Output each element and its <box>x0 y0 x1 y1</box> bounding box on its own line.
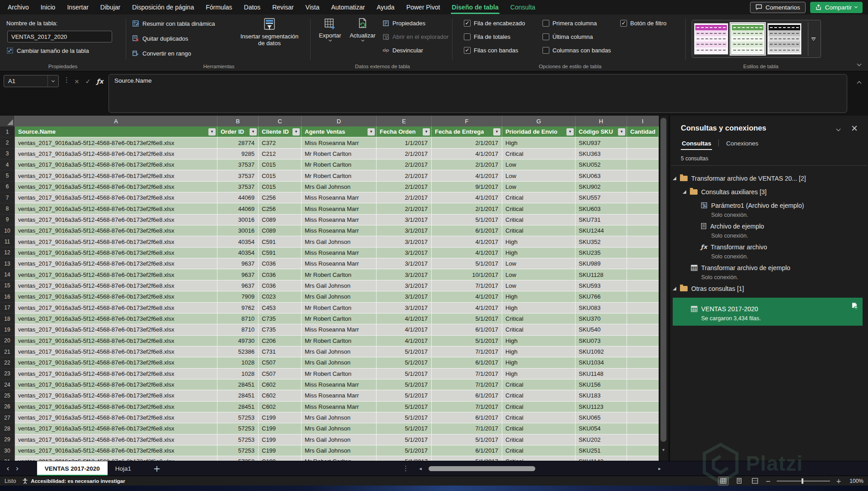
panel-tab-conexiones[interactable]: Conexiones <box>725 139 759 150</box>
cell[interactable]: 9637 <box>217 281 259 291</box>
column-header-H[interactable]: H <box>576 116 627 126</box>
cell[interactable]: ventas_2017_9016a3a5-5f12-4568-87e6-0b17… <box>15 423 217 434</box>
cell[interactable]: SKU065 <box>576 412 627 423</box>
refresh-document-icon[interactable] <box>851 302 858 312</box>
cell[interactable]: C507 <box>259 369 302 379</box>
checkbox-icon[interactable] <box>542 20 549 27</box>
cell[interactable]: 57253 <box>217 412 259 423</box>
table-style-swatch-3[interactable] <box>767 23 802 55</box>
cell[interactable] <box>627 402 659 412</box>
cell[interactable]: ventas_2017_9016a3a5-5f12-4568-87e6-0b17… <box>15 435 217 445</box>
row-number[interactable]: 21 <box>0 346 15 357</box>
column-header-A[interactable]: A <box>15 116 217 126</box>
cell[interactable]: 10/1/2017 <box>432 269 502 280</box>
cell[interactable]: SKU363 <box>576 149 627 159</box>
style-option-primera-columna[interactable]: Primera columna <box>542 20 611 27</box>
cell[interactable]: SKU052 <box>576 159 627 170</box>
cell[interactable]: ventas_2017_9016a3a5-5f12-4568-87e6-0b17… <box>15 390 217 401</box>
cell[interactable]: Critical <box>502 379 576 390</box>
cell[interactable]: SKU1128 <box>576 269 627 280</box>
cell[interactable]: SKU1123 <box>576 402 627 412</box>
cell[interactable] <box>627 369 659 379</box>
cell[interactable]: C212 <box>259 149 302 159</box>
cell[interactable]: C023 <box>259 291 302 302</box>
cell[interactable]: ventas_2017_9016a3a5-5f12-4568-87e6-0b17… <box>15 346 217 357</box>
checkbox-icon[interactable] <box>542 33 549 40</box>
tree-folder-consultas-auxiliares[interactable]: Consultas auxiliares [3] <box>670 186 865 197</box>
sheet-nav-left-icon[interactable]: ‹ <box>0 464 16 473</box>
cell[interactable]: 5/1/2017 <box>377 346 432 357</box>
cell[interactable]: ventas_2017_9016a3a5-5f12-4568-87e6-0b17… <box>15 445 217 456</box>
cell[interactable]: 7/1/2017 <box>432 379 502 390</box>
cell[interactable]: 4/1/2017 <box>377 313 432 324</box>
cell[interactable]: 9285 <box>217 149 259 159</box>
cell[interactable]: ventas_2017_9016a3a5-5f12-4568-87e6-0b17… <box>15 137 217 148</box>
tree-folder-otras-consultas[interactable]: Otras consultas [1] <box>670 283 865 294</box>
cell[interactable]: ventas_2017_9016a3a5-5f12-4568-87e6-0b17… <box>15 236 217 247</box>
cell[interactable]: 7/1/2017 <box>432 281 502 291</box>
cell[interactable]: High <box>502 248 576 258</box>
cell[interactable]: ventas_2017_9016a3a5-5f12-4568-87e6-0b17… <box>15 225 217 236</box>
row-number[interactable]: 2 <box>0 137 15 148</box>
filter-button[interactable]: ▾ <box>493 128 500 136</box>
filter-button[interactable]: ▾ <box>368 128 375 136</box>
cell[interactable]: SKU766 <box>576 291 627 302</box>
row-number[interactable]: 1 <box>0 126 15 137</box>
refresh-button[interactable]: Actualizar <box>346 17 379 41</box>
cell[interactable] <box>627 149 659 159</box>
cell[interactable]: C735 <box>259 313 302 324</box>
cell[interactable]: 2/1/2017 <box>432 137 502 148</box>
cell[interactable] <box>627 137 659 148</box>
cell[interactable]: 57253 <box>217 445 259 456</box>
cell[interactable]: High <box>502 336 576 346</box>
row-number[interactable]: 22 <box>0 357 15 368</box>
cell[interactable] <box>627 379 659 390</box>
cell[interactable]: Mr Robert Carlton <box>302 159 377 170</box>
menu-item-fórmulas[interactable]: Fórmulas <box>200 0 238 14</box>
cell[interactable]: C015 <box>259 170 302 181</box>
cell[interactable]: SKU1244 <box>576 225 627 236</box>
cell[interactable]: 5/1/2017 <box>432 215 502 225</box>
cell[interactable]: 30016 <box>217 215 259 225</box>
query-item[interactable]: Transformar archivo de ejemploSolo conex… <box>670 262 865 281</box>
cell[interactable]: Miss Roseanna Marr <box>302 248 377 258</box>
cell[interactable]: Critical <box>502 456 576 461</box>
row-number[interactable]: 11 <box>0 236 15 247</box>
cell[interactable]: C256 <box>259 192 302 203</box>
vertical-scrollbar-thumb[interactable] <box>660 118 666 442</box>
cell[interactable]: Mrs Gail Johnson <box>302 445 377 456</box>
cell[interactable]: 4/1/2017 <box>377 324 432 335</box>
cell[interactable]: C735 <box>259 324 302 335</box>
cell[interactable]: Mr Robert Carlton <box>302 456 377 461</box>
style-option-fila-de-totales[interactable]: Fila de totales <box>464 33 525 40</box>
tree-expander-icon[interactable] <box>673 177 676 180</box>
collapse-formula-bar-button[interactable] <box>858 79 861 87</box>
cell[interactable]: SKU989 <box>576 258 627 269</box>
cell[interactable]: SKU370 <box>576 313 627 324</box>
cell[interactable] <box>627 192 659 203</box>
cell[interactable]: C256 <box>259 203 302 214</box>
cell[interactable]: High <box>502 137 576 148</box>
row-number[interactable]: 12 <box>0 248 15 258</box>
cell[interactable]: Critical <box>502 423 576 434</box>
cell[interactable]: C372 <box>259 137 302 148</box>
table-header-cell-9[interactable]: Cantidad <box>627 126 659 137</box>
row-number[interactable]: 10 <box>0 225 15 236</box>
row-number[interactable]: 14 <box>0 269 15 280</box>
cell[interactable]: ventas_2017_9016a3a5-5f12-4568-87e6-0b17… <box>15 357 217 368</box>
cell[interactable]: C199 <box>259 456 302 461</box>
zoom-slider-thumb[interactable] <box>802 478 803 484</box>
external-button-2[interactable]: Desvincular <box>382 47 448 54</box>
cell[interactable]: 3/1/2017 <box>377 248 432 258</box>
cell[interactable]: Miss Roseanna Marr <box>302 137 377 148</box>
cell[interactable]: 5/1/2017 <box>377 402 432 412</box>
row-number[interactable]: 26 <box>0 402 15 412</box>
cell[interactable] <box>627 291 659 302</box>
row-number[interactable]: 30 <box>0 445 15 456</box>
filter-button[interactable]: ▾ <box>423 128 430 136</box>
row-number[interactable]: 27 <box>0 412 15 423</box>
sheet-tab-hoja1[interactable]: Hoja1 <box>108 461 139 476</box>
zoom-in-icon[interactable]: + <box>836 477 841 485</box>
row-number[interactable]: 7 <box>0 192 15 203</box>
cell[interactable]: C036 <box>259 269 302 280</box>
